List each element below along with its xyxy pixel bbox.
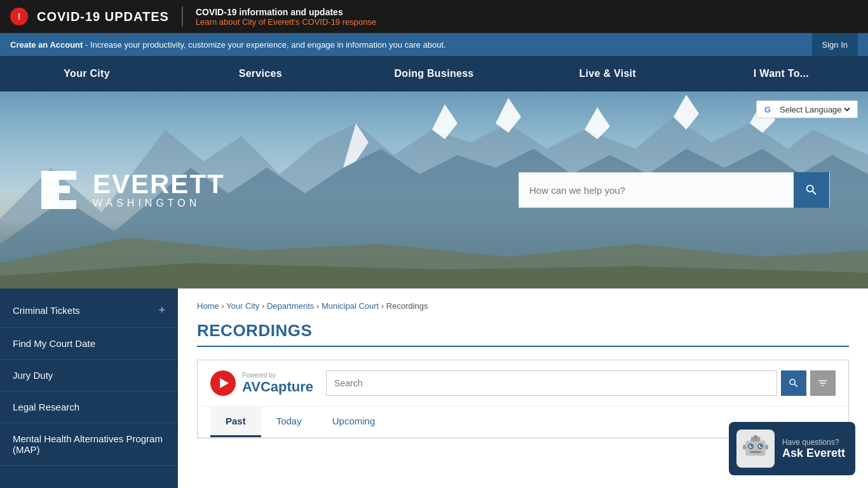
- svg-rect-26: [743, 445, 746, 450]
- covid-info-link[interactable]: Learn about City of Everett's COVID-19 r…: [196, 17, 376, 27]
- create-account-link[interactable]: Create an Account: [10, 40, 83, 50]
- svg-point-23: [760, 445, 762, 447]
- covid-divider: [182, 6, 183, 27]
- tab-today[interactable]: Today: [261, 407, 317, 437]
- sidebar-item-legal-research[interactable]: Legal Research: [0, 391, 178, 423]
- chat-robot-avatar: [736, 430, 775, 468]
- breadcrumb-sep-3: ›: [316, 301, 322, 311]
- hero-search-button[interactable]: [794, 172, 829, 208]
- robot-icon: [740, 433, 771, 464]
- breadcrumb-departments[interactable]: Departments: [267, 301, 314, 311]
- nav-your-city[interactable]: Your City: [0, 56, 173, 92]
- svg-point-22: [750, 445, 752, 447]
- sidebar-item-find-court-date[interactable]: Find My Court Date: [0, 328, 178, 360]
- sidebar-item-jury-duty[interactable]: Jury Duty: [0, 360, 178, 391]
- breadcrumb-sep-2: ›: [262, 301, 267, 311]
- breadcrumb-your-city[interactable]: Your City: [226, 301, 259, 311]
- recordings-search-icon: [788, 377, 799, 389]
- hero-section: G Select Language EVERETT WASHINGTON: [0, 92, 868, 288]
- page-title: RECORDINGS: [197, 321, 849, 347]
- hero-search-input[interactable]: [519, 173, 794, 207]
- sidebar: Criminal Tickets + Find My Court Date Ju…: [0, 288, 178, 488]
- everett-logo-icon: [38, 168, 83, 212]
- nav-live-visit[interactable]: Live & Visit: [521, 56, 695, 92]
- hero-search-box: [519, 172, 830, 208]
- search-icon: [804, 183, 818, 197]
- recordings-search-wrap: [326, 370, 836, 396]
- logo-text: EVERETT WASHINGTON: [93, 171, 225, 209]
- svg-point-17: [754, 435, 757, 438]
- play-triangle: [220, 378, 229, 388]
- chat-question-text: Have questions?: [782, 438, 845, 447]
- sidebar-expand-icon: +: [158, 304, 165, 317]
- av-play-icon: [210, 370, 236, 396]
- breadcrumb-sep-1: ›: [221, 301, 226, 311]
- account-bar-suffix: - Increase your productivity, customize …: [83, 40, 445, 50]
- language-select-dropdown[interactable]: Select Language: [777, 104, 852, 115]
- sidebar-find-court-date-label: Find My Court Date: [13, 338, 95, 349]
- sidebar-jury-duty-label: Jury Duty: [13, 370, 53, 381]
- tab-past[interactable]: Past: [210, 407, 261, 437]
- covid-banner: ! COVID-19 UPDATES COVID-19 information …: [0, 0, 868, 33]
- chat-text: Have questions? Ask Everett: [782, 438, 845, 460]
- covid-text-block: COVID-19 information and updates Learn a…: [196, 7, 376, 27]
- language-selector[interactable]: G Select Language: [756, 100, 858, 118]
- av-brand-name: AVCapture: [242, 379, 313, 395]
- recordings-filter-button[interactable]: [810, 370, 836, 396]
- account-bar-text: Create an Account - Increase your produc…: [10, 40, 446, 50]
- sidebar-item-mental-health[interactable]: Mental Health Alternatives Program (MAP): [0, 423, 178, 466]
- nav-doing-business[interactable]: Doing Business: [347, 56, 520, 92]
- google-g-icon: G: [762, 104, 773, 115]
- svg-marker-4: [496, 98, 521, 133]
- svg-rect-15: [745, 441, 765, 456]
- chat-name-text: Ask Everett: [782, 447, 845, 460]
- tab-upcoming[interactable]: Upcoming: [317, 407, 391, 437]
- recordings-header: Powered by AVCapture: [198, 360, 848, 407]
- account-bar: Create an Account - Increase your produc…: [0, 33, 868, 56]
- recordings-search-input[interactable]: [326, 370, 777, 396]
- main-nav: Your City Services Doing Business Live &…: [0, 56, 868, 92]
- svg-rect-27: [765, 445, 768, 450]
- sidebar-criminal-tickets-label: Criminal Tickets: [13, 305, 80, 316]
- sidebar-mental-health-label: Mental Health Alternatives Program (MAP): [13, 433, 165, 455]
- covid-info-title: COVID-19 information and updates: [196, 7, 376, 17]
- chat-widget[interactable]: Have questions? Ask Everett: [729, 422, 855, 475]
- logo-main-text: EVERETT: [93, 171, 225, 198]
- avcapture-logo: Powered by AVCapture: [210, 370, 313, 396]
- sign-in-button[interactable]: Sign In: [812, 33, 858, 56]
- svg-rect-12: [41, 171, 76, 180]
- nav-i-want-to[interactable]: I Want To...: [695, 56, 868, 92]
- av-powered-text: Powered by: [242, 372, 313, 379]
- av-prefix: AV: [242, 379, 261, 395]
- covid-title: COVID-19 UPDATES: [37, 10, 169, 24]
- logo-sub-text: WASHINGTON: [93, 198, 225, 209]
- breadcrumb-current: Recordings: [386, 301, 428, 311]
- covid-dot-icon: !: [10, 8, 28, 25]
- nav-services[interactable]: Services: [173, 56, 347, 92]
- sidebar-legal-research-label: Legal Research: [13, 402, 79, 412]
- svg-rect-14: [41, 200, 76, 209]
- av-text: Powered by AVCapture: [242, 372, 313, 395]
- breadcrumb-home[interactable]: Home: [197, 301, 219, 311]
- sidebar-item-criminal-tickets[interactable]: Criminal Tickets +: [0, 294, 178, 328]
- breadcrumb-sep-4: ›: [381, 301, 386, 311]
- recordings-search-button[interactable]: [781, 370, 806, 396]
- breadcrumb-municipal-court[interactable]: Municipal Court: [322, 301, 379, 311]
- svg-rect-24: [750, 451, 761, 453]
- av-suffix: Capture: [261, 379, 313, 395]
- hero-logo: EVERETT WASHINGTON: [38, 168, 225, 212]
- svg-rect-13: [41, 186, 70, 193]
- breadcrumb: Home › Your City › Departments › Municip…: [197, 301, 849, 311]
- filter-icon: [817, 377, 829, 389]
